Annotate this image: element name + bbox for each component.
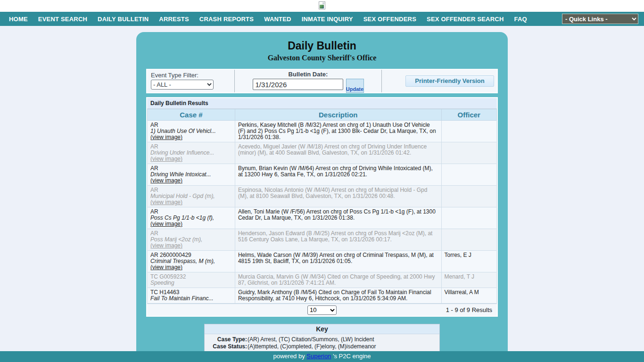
table-row: ARPoss Marij <2oz (m),(view image)Hender… <box>148 229 497 251</box>
description-cell: Guidry, Mark Anthony (B /M/54) Cited on … <box>235 288 441 304</box>
table-row: AR1) Unauth Use Of Vehicl...(view image)… <box>148 121 497 142</box>
nav-item-inmate-inquiry[interactable]: INMATE INQUIRY <box>297 16 358 23</box>
case-cell: TC H14463Fail To Maintain Financ... <box>148 288 235 304</box>
view-image-link[interactable]: (view image) <box>150 264 232 271</box>
officer-cell <box>441 142 496 164</box>
main-navigation: HOMEEVENT SEARCHDAILY BULLETINARRESTSCRA… <box>0 12 644 26</box>
table-row: ARPoss Cs Pg 1/1-b <1g (f),(view image)A… <box>148 207 497 229</box>
update-button[interactable]: Update <box>346 79 364 93</box>
officer-cell <box>441 229 496 251</box>
officer-cell: Menard, T J <box>441 272 496 288</box>
filter-bar: Event Type Filter: - ALL - Bulletin Date… <box>146 69 498 93</box>
case-cell: ARPoss Marij <2oz (m),(view image) <box>148 229 235 251</box>
nav-item-wanted[interactable]: WANTED <box>259 16 297 23</box>
footer-prefix: powered by <box>273 353 306 360</box>
case-cell: AR 2600000429Criminal Trespass, M (m),(v… <box>148 251 235 272</box>
agency-subtitle: Galveston County Sheriff's Office <box>146 54 498 62</box>
nav-item-faq[interactable]: FAQ <box>509 16 532 23</box>
officer-cell <box>441 207 496 229</box>
results-count: 1 - 9 of 9 Results <box>446 306 497 313</box>
table-row: TC G0059232SpeedingMurcia Garcia, Marvin… <box>148 272 497 288</box>
case-cell: AR1) Unauth Use Of Vehicl...(view image) <box>148 121 235 142</box>
charge-text: Speeding <box>150 280 232 286</box>
nav-item-crash-reports[interactable]: CRASH REPORTS <box>194 16 259 23</box>
view-image-link[interactable]: (view image) <box>150 156 232 162</box>
bulletin-date-cell: Bulletin Date: Update <box>235 70 382 92</box>
results-header-row: Case # Description Officer <box>148 109 497 121</box>
bulletin-date-label: Bulletin Date: <box>238 71 379 78</box>
nav-item-home[interactable]: HOME <box>4 16 33 23</box>
results-section-title: Daily Bulletin Results <box>147 98 497 109</box>
table-row: AR 2600000429Criminal Trespass, M (m),(v… <box>148 251 497 272</box>
results-box: Daily Bulletin Results Case # Descriptio… <box>146 97 498 317</box>
printer-cell: Printer-Friendly Version <box>382 70 497 92</box>
key-line-text: (A)ttempted, (C)ompleted, (F)elony, (M)i… <box>247 343 376 350</box>
table-row: TC H14463Fail To Maintain Financ...Guidr… <box>148 288 497 304</box>
table-row: ARDriving While Intoxicat...(view image)… <box>148 164 497 186</box>
page-title: Daily Bulletin <box>146 40 498 52</box>
description-cell: Helms, Wade Carson (W /M/39) Arrest on c… <box>235 251 441 272</box>
bulletin-date-input[interactable] <box>253 79 343 90</box>
nav-item-sex-offenders[interactable]: SEX OFFENDERS <box>358 16 421 23</box>
key-line-label: Case Status: <box>205 343 247 350</box>
printer-friendly-button[interactable]: Printer-Friendly Version <box>405 75 494 87</box>
description-cell: Perkins, Kasey Mitchell (B /M/32) Arrest… <box>235 121 441 142</box>
key-line-label: Case Type: <box>205 336 247 343</box>
officer-cell: Villarreal, A M <box>441 288 496 304</box>
description-cell: Acevedo, Miguel Javier (W /M/18) Arrest … <box>235 142 441 164</box>
quick-links-select[interactable]: - Quick Links - <box>562 14 638 24</box>
footer-suffix: 's P2C engine <box>331 353 371 360</box>
nav-item-arrests[interactable]: ARRESTS <box>154 16 194 23</box>
pagination-row: 10 1 - 9 of 9 Results <box>147 304 497 316</box>
view-image-link[interactable]: (view image) <box>150 134 232 140</box>
broken-image-icon <box>319 1 325 9</box>
key-line: Case Type:(AR) Arrest, (TC) Citation/Sum… <box>205 336 439 343</box>
event-type-select[interactable]: - ALL - <box>151 80 214 90</box>
officer-cell: Torres, E J <box>441 251 496 272</box>
case-cell: ARMunicipal Hold - Gpd (m),(view image) <box>148 186 235 207</box>
description-cell: Allen, Toni Marie (W /F/56) Arrest on ch… <box>235 207 441 229</box>
officer-cell <box>441 164 496 186</box>
view-image-link[interactable]: (view image) <box>150 243 232 249</box>
officer-cell <box>441 186 496 207</box>
description-cell: Henderson, Jason Edward (B /M/25) Arrest… <box>235 229 441 251</box>
case-cell: ARPoss Cs Pg 1/1-b <1g (f),(view image) <box>148 207 235 229</box>
key-line-text: (AR) Arrest, (TC) Citation/Summons, (LW)… <box>247 336 374 343</box>
column-header-case: Case # <box>148 109 235 121</box>
column-header-description: Description <box>235 109 441 121</box>
page-size-select[interactable]: 10 <box>307 305 337 315</box>
table-row: ARDriving Under Influence...(view image)… <box>148 142 497 164</box>
key-line: Case Status:(A)ttempted, (C)ompleted, (F… <box>205 343 439 350</box>
case-cell: TC G0059232Speeding <box>148 272 235 288</box>
event-type-filter-label: Event Type Filter: <box>151 72 231 79</box>
event-type-filter-cell: Event Type Filter: - ALL - <box>147 70 235 92</box>
results-table: Case # Description Officer AR1) Unauth U… <box>147 109 497 304</box>
description-cell: Murcia Garcia, Marvin G (W /M/34) Cited … <box>235 272 441 288</box>
top-strip <box>0 0 644 12</box>
view-image-link[interactable]: (view image) <box>150 178 232 184</box>
description-cell: Espinosa, Nicolas Antonio (W /M/40) Arre… <box>235 186 441 207</box>
nav-item-event-search[interactable]: EVENT SEARCH <box>33 16 92 23</box>
case-cell: ARDriving While Intoxicat...(view image) <box>148 164 235 186</box>
officer-cell <box>441 121 496 142</box>
view-image-link[interactable]: (view image) <box>150 221 232 227</box>
footer-bar: powered by Superion 's P2C engine <box>0 351 644 362</box>
nav-item-sex-offender-search[interactable]: SEX OFFENDER SEARCH <box>421 16 509 23</box>
daily-bulletin-panel: Daily Bulletin Galveston County Sheriff'… <box>136 32 508 362</box>
table-row: ARMunicipal Hold - Gpd (m),(view image)E… <box>148 186 497 207</box>
case-cell: ARDriving Under Influence...(view image) <box>148 142 235 164</box>
charge-text: Fail To Maintain Financ... <box>150 296 232 302</box>
view-image-link[interactable]: (view image) <box>150 199 232 206</box>
key-title: Key <box>205 324 439 334</box>
description-cell: Bynum, Brian Kevin (W /M/64) Arrest on c… <box>235 164 441 186</box>
key-box: Key Case Type:(AR) Arrest, (TC) Citation… <box>204 324 440 353</box>
nav-item-daily-bulletin[interactable]: DAILY BULLETIN <box>92 16 154 23</box>
column-header-officer: Officer <box>441 109 496 121</box>
superion-link[interactable]: Superion <box>306 353 331 360</box>
